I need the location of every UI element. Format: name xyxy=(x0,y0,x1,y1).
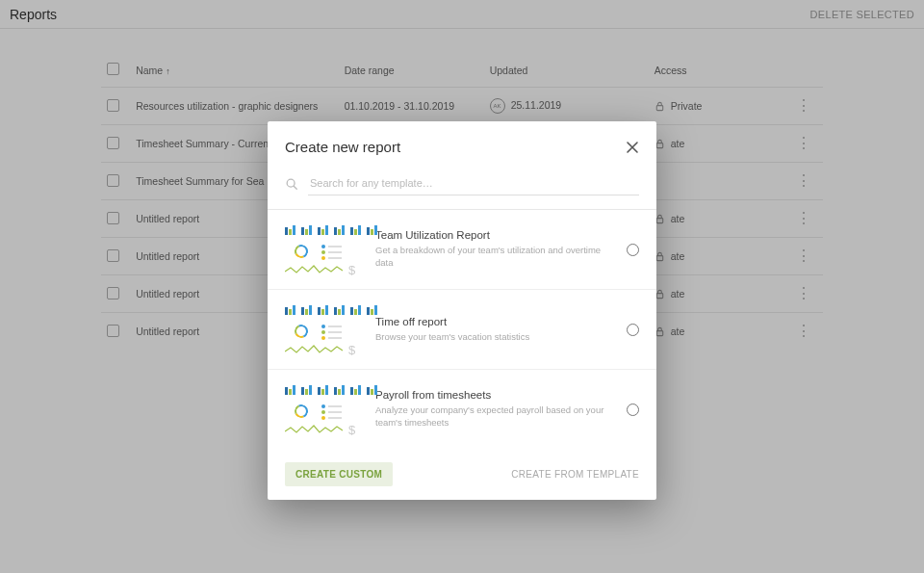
template-desc: Browse your team's vacation statistics xyxy=(375,331,613,344)
create-report-modal: Create new report $Team Utilization Repo… xyxy=(268,121,656,500)
template-option[interactable]: $Time off reportBrowse your team's vacat… xyxy=(268,290,656,370)
template-radio[interactable] xyxy=(627,244,639,256)
modal-title: Create new report xyxy=(285,139,400,155)
template-list[interactable]: $Team Utilization ReportGet a breakdown … xyxy=(268,209,656,449)
template-thumb: $ xyxy=(285,223,362,275)
template-radio[interactable] xyxy=(627,324,639,336)
template-title: Time off report xyxy=(375,316,613,327)
dollar-icon: $ xyxy=(348,423,355,437)
search-icon xyxy=(285,177,298,191)
template-title: Team Utilization Report xyxy=(375,229,613,241)
template-search-input[interactable] xyxy=(308,172,639,195)
dollar-icon: $ xyxy=(348,343,355,357)
svg-line-7 xyxy=(294,186,296,189)
template-thumb: $ xyxy=(285,383,362,435)
dollar-icon: $ xyxy=(348,263,355,277)
template-radio[interactable] xyxy=(627,404,639,416)
close-icon[interactable] xyxy=(626,141,639,154)
template-option[interactable]: $Team Utilization ReportGet a breakdown … xyxy=(268,210,656,290)
create-custom-button[interactable]: CREATE CUSTOM xyxy=(285,462,393,486)
template-desc: Analyze your company's expected payroll … xyxy=(375,404,613,430)
template-thumb: $ xyxy=(285,303,362,355)
create-from-template-button[interactable]: CREATE FROM TEMPLATE xyxy=(511,469,639,480)
template-option[interactable]: $Payroll from timesheetsAnalyze your com… xyxy=(268,370,656,449)
template-desc: Get a breakdown of your team's utilizati… xyxy=(375,245,613,270)
template-title: Payroll from timesheets xyxy=(375,389,613,401)
